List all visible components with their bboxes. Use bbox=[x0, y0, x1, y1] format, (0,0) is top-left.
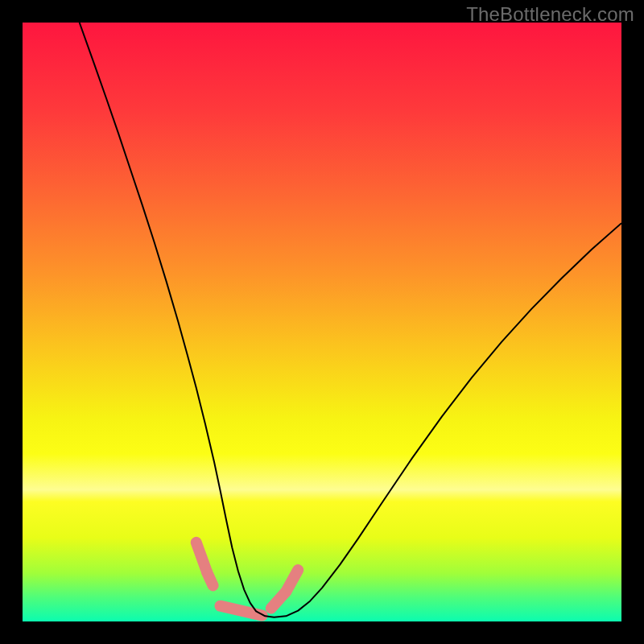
gradient-background bbox=[23, 23, 621, 621]
marker-blob bbox=[207, 572, 213, 585]
plot-area bbox=[23, 23, 621, 621]
watermark-text: TheBottleneck.com bbox=[466, 3, 634, 26]
chart-svg bbox=[23, 23, 621, 621]
chart-frame: TheBottleneck.com bbox=[0, 0, 644, 644]
